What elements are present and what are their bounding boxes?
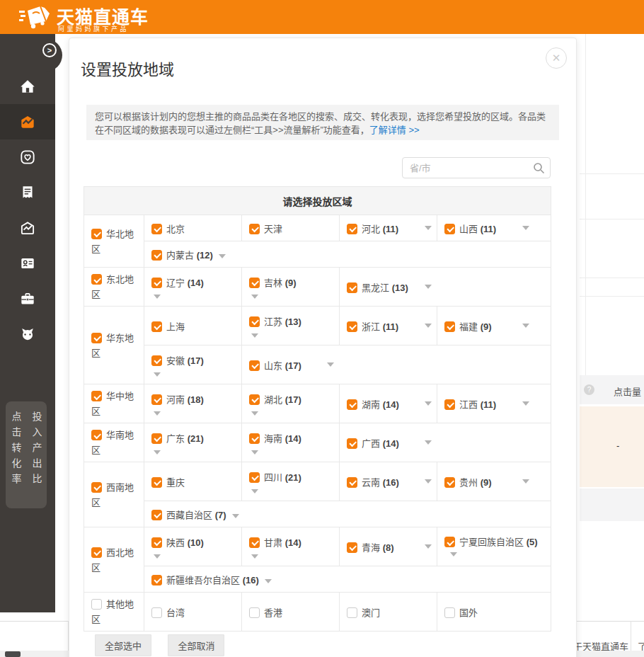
expand-cities-arrow-icon[interactable]: [425, 544, 432, 549]
expand-cities-arrow-icon[interactable]: [425, 324, 432, 328]
province-checkbox[interactable]: [249, 433, 260, 444]
expand-cities-arrow-icon[interactable]: [154, 450, 161, 455]
province-checkbox[interactable]: [444, 224, 455, 234]
province-checkbox[interactable]: [151, 510, 162, 520]
province-checkbox[interactable]: [151, 394, 162, 405]
expand-cities-arrow-icon[interactable]: [232, 514, 239, 518]
province-checkbox[interactable]: [151, 355, 162, 366]
expand-cities-arrow-icon[interactable]: [251, 333, 258, 338]
expand-cities-arrow-icon[interactable]: [154, 295, 161, 299]
province-cell: 山东 (17): [242, 345, 551, 384]
province-checkbox[interactable]: [347, 542, 357, 553]
sidebar-item-tmall-cat[interactable]: [0, 316, 55, 352]
province-checkbox[interactable]: [347, 224, 357, 234]
region-row: 新疆维吾尔自治区 (16): [84, 566, 551, 593]
collapse-sidebar-button[interactable]: >: [42, 43, 57, 57]
expand-cities-arrow-icon[interactable]: [265, 579, 272, 583]
region-checkbox[interactable]: [91, 391, 102, 401]
province-checkbox[interactable]: [151, 278, 162, 288]
province-checkbox[interactable]: [347, 321, 357, 332]
region-checkbox[interactable]: [91, 333, 102, 343]
select-all-button[interactable]: 全部选中: [95, 634, 151, 656]
learn-more-link[interactable]: 了解详情 >>: [369, 125, 420, 135]
province-label: 台湾: [166, 607, 185, 618]
sidebar-metric-panel[interactable]: 点击转化率 投入产出比: [6, 401, 47, 508]
province-checkbox[interactable]: [249, 316, 260, 327]
sidebar-item-toolbox[interactable]: [0, 281, 55, 316]
province-checkbox[interactable]: [347, 282, 357, 293]
expand-cities-arrow-icon[interactable]: [327, 362, 334, 367]
help-icon[interactable]: ?: [584, 384, 594, 395]
region-group-cell: 其他地区: [84, 593, 144, 632]
sidebar-item-home[interactable]: [0, 69, 55, 104]
deselect-all-button[interactable]: 全部取消: [168, 634, 224, 656]
region-checkbox[interactable]: [91, 229, 102, 239]
search-icon[interactable]: [533, 162, 545, 174]
province-checkbox[interactable]: [151, 224, 162, 234]
province-checkbox[interactable]: [444, 537, 455, 547]
expand-cities-arrow-icon[interactable]: [251, 411, 258, 416]
expand-cities-arrow-icon[interactable]: [425, 401, 432, 406]
expand-cities-arrow-icon[interactable]: [219, 254, 226, 258]
province-checkbox[interactable]: [151, 575, 162, 585]
sidebar-item-orders[interactable]: [0, 175, 55, 210]
footer-widget[interactable]: [5, 651, 21, 657]
expand-cities-arrow-icon[interactable]: [154, 372, 161, 377]
region-checkbox[interactable]: [91, 547, 102, 558]
province-checkbox[interactable]: [249, 472, 260, 483]
province-label: 西藏自治区 (7): [166, 510, 226, 520]
expand-cities-arrow-icon[interactable]: [251, 554, 258, 559]
province-checkbox[interactable]: [444, 607, 455, 618]
province-checkbox[interactable]: [249, 394, 260, 405]
sidebar-item-account-card[interactable]: [0, 246, 55, 281]
expand-cities-arrow-icon[interactable]: [154, 411, 161, 416]
province-checkbox[interactable]: [151, 250, 162, 261]
province-checkbox[interactable]: [249, 360, 260, 371]
province-cell: 西藏自治区 (7): [144, 501, 551, 527]
province-cell: 河北 (11): [340, 215, 437, 241]
province-checkbox[interactable]: [249, 607, 260, 618]
expand-cities-arrow-icon[interactable]: [154, 554, 161, 559]
province-label: 广东 (21): [166, 433, 204, 444]
province-label: 北京: [166, 224, 185, 234]
province-checkbox[interactable]: [151, 433, 162, 444]
province-checkbox[interactable]: [151, 321, 162, 332]
region-checkbox[interactable]: [91, 599, 102, 610]
province-cell: 天津: [242, 215, 340, 241]
province-checkbox[interactable]: [249, 278, 260, 288]
close-icon[interactable]: ✕: [546, 47, 567, 69]
sidebar-item-campaign[interactable]: [0, 104, 55, 139]
expand-cities-arrow-icon[interactable]: [251, 295, 258, 299]
search-input[interactable]: [403, 158, 531, 178]
sidebar-item-report[interactable]: [0, 210, 55, 246]
expand-cities-arrow-icon[interactable]: [425, 285, 432, 289]
region-checkbox[interactable]: [91, 274, 102, 285]
province-checkbox[interactable]: [347, 477, 357, 488]
expand-cities-arrow-icon[interactable]: [522, 324, 529, 328]
province-checkbox[interactable]: [347, 399, 357, 410]
province-checkbox[interactable]: [151, 477, 162, 488]
region-checkbox[interactable]: [91, 482, 102, 493]
expand-cities-arrow-icon[interactable]: [450, 552, 457, 556]
expand-cities-arrow-icon[interactable]: [425, 479, 432, 484]
province-checkbox[interactable]: [151, 607, 162, 618]
expand-cities-arrow-icon[interactable]: [425, 226, 432, 230]
province-checkbox[interactable]: [347, 438, 357, 449]
province-checkbox[interactable]: [444, 477, 455, 488]
expand-cities-arrow-icon[interactable]: [522, 401, 529, 406]
sidebar-item-favorites[interactable]: [0, 139, 55, 175]
province-label: 黑龙江 (13): [362, 282, 408, 293]
province-checkbox[interactable]: [249, 537, 260, 548]
province-checkbox[interactable]: [347, 607, 357, 618]
expand-cities-arrow-icon[interactable]: [251, 450, 258, 455]
expand-cities-arrow-icon[interactable]: [522, 479, 529, 484]
expand-cities-arrow-icon[interactable]: [425, 440, 432, 445]
province-checkbox[interactable]: [249, 224, 260, 234]
province-checkbox[interactable]: [444, 321, 455, 332]
province-checkbox[interactable]: [151, 537, 162, 548]
expand-cities-arrow-icon[interactable]: [522, 226, 529, 230]
region-checkbox[interactable]: [91, 430, 102, 440]
province-checkbox[interactable]: [444, 399, 455, 410]
province-cell: 台湾: [144, 593, 242, 632]
expand-cities-arrow-icon[interactable]: [251, 489, 258, 493]
